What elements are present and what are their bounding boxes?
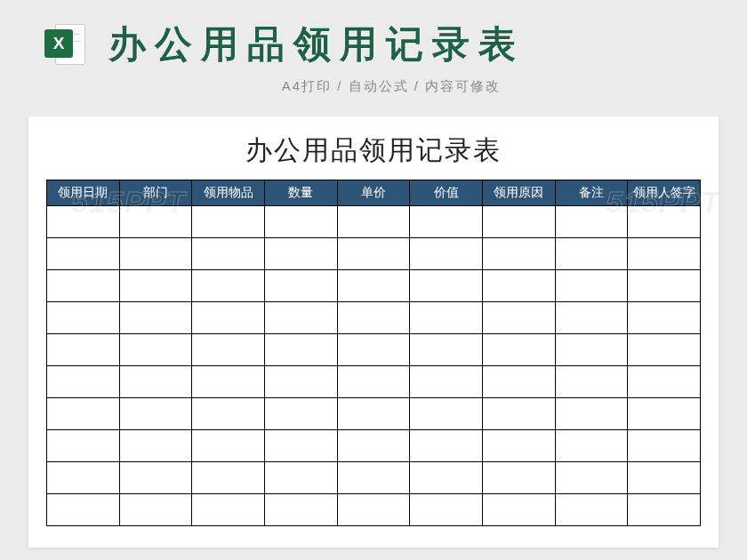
col-header: 数量 [264, 180, 337, 206]
table-cell [47, 430, 120, 462]
table-cell [192, 302, 265, 334]
table-cell [47, 494, 120, 526]
table-cell [482, 334, 555, 366]
table-cell [482, 398, 555, 430]
excel-icon-letter: X [44, 29, 73, 58]
table-cell [264, 334, 337, 366]
table-cell [264, 270, 337, 302]
col-header: 领用物品 [192, 180, 265, 206]
col-header: 单价 [337, 180, 410, 206]
table-cell [628, 366, 701, 398]
table-cell [482, 238, 555, 270]
table-cell [482, 494, 555, 526]
table-cell [337, 238, 410, 270]
table-cell [119, 270, 192, 302]
table-cell [337, 494, 410, 526]
table-cell [628, 462, 701, 494]
table-cell [264, 366, 337, 398]
table-cell [192, 366, 265, 398]
table-cell [628, 430, 701, 462]
table-cell [119, 430, 192, 462]
table-cell [337, 302, 410, 334]
page-title: 办公用品领用记录表 [108, 20, 525, 69]
table-cell [119, 366, 192, 398]
table-cell [47, 206, 120, 238]
table-cell [410, 430, 483, 462]
table-cell [192, 462, 265, 494]
col-header: 领用人签字 [628, 180, 701, 206]
table-row [47, 206, 701, 238]
table-cell [192, 334, 265, 366]
table-cell [264, 494, 337, 526]
table-cell [264, 238, 337, 270]
table-cell [482, 302, 555, 334]
col-header: 领用原因 [482, 180, 555, 206]
table-cell [47, 366, 120, 398]
table-header-row: 领用日期 部门 领用物品 数量 单价 价值 领用原因 备注 领用人签字 [47, 180, 701, 206]
table-cell [119, 206, 192, 238]
record-table: 领用日期 部门 领用物品 数量 单价 价值 领用原因 备注 领用人签字 [46, 180, 701, 526]
table-cell [555, 206, 628, 238]
table-cell [192, 206, 265, 238]
table-row [47, 302, 701, 334]
page-subtitle: A4打印 / 自动公式 / 内容可修改 [36, 78, 747, 95]
table-cell [337, 270, 410, 302]
table-cell [337, 398, 410, 430]
table-cell [410, 494, 483, 526]
table-cell [410, 206, 483, 238]
table-cell [555, 270, 628, 302]
table-cell [264, 206, 337, 238]
table-cell [628, 302, 701, 334]
table-cell [628, 206, 701, 238]
table-cell [264, 398, 337, 430]
table-cell [337, 430, 410, 462]
col-header: 领用日期 [47, 180, 120, 206]
table-row [47, 462, 701, 494]
table-cell [47, 462, 120, 494]
table-cell [628, 494, 701, 526]
table-row [47, 494, 701, 526]
table-cell [337, 366, 410, 398]
table-cell [410, 238, 483, 270]
table-cell [628, 334, 701, 366]
table-cell [628, 270, 701, 302]
table-cell [264, 430, 337, 462]
table-cell [410, 334, 483, 366]
table-cell [337, 334, 410, 366]
table-cell [628, 398, 701, 430]
col-header: 备注 [555, 180, 628, 206]
table-cell [192, 430, 265, 462]
table-cell [410, 398, 483, 430]
table-cell [47, 238, 120, 270]
table-cell [555, 494, 628, 526]
table-cell [555, 462, 628, 494]
table-cell [410, 270, 483, 302]
table-cell [47, 270, 120, 302]
table-row [47, 270, 701, 302]
table-row [47, 238, 701, 270]
table-cell [337, 206, 410, 238]
table-cell [119, 334, 192, 366]
table-cell [337, 462, 410, 494]
table-cell [119, 238, 192, 270]
table-cell [192, 494, 265, 526]
table-cell [119, 398, 192, 430]
table-cell [555, 238, 628, 270]
sheet-title: 办公用品领用记录表 [46, 131, 701, 180]
table-cell [119, 462, 192, 494]
col-header: 部门 [119, 180, 192, 206]
table-cell [192, 270, 265, 302]
table-cell [192, 398, 265, 430]
table-cell [410, 462, 483, 494]
excel-icon: X [44, 22, 89, 67]
table-cell [482, 366, 555, 398]
table-cell [410, 366, 483, 398]
table-cell [119, 494, 192, 526]
table-cell [555, 398, 628, 430]
table-cell [482, 430, 555, 462]
table-cell [482, 270, 555, 302]
spreadsheet-preview: 办公用品领用记录表 领用日期 部门 领用物品 数量 单价 价值 领用原因 备注 … [28, 116, 719, 548]
col-header: 价值 [410, 180, 483, 206]
table-cell [555, 430, 628, 462]
table-cell [628, 238, 701, 270]
